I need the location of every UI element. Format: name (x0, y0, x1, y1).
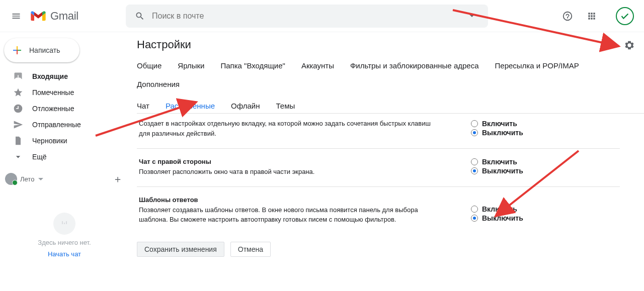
main-menu-button[interactable] (4, 4, 28, 28)
main-content: Настройки Общие Ярлыки Папка "Входящие" … (129, 32, 644, 291)
save-button[interactable]: Сохранить изменения (137, 242, 224, 257)
radio-icon (471, 158, 478, 165)
sent-icon (13, 120, 23, 130)
svg-rect-2 (13, 50, 17, 51)
compose-label: Написать (29, 46, 60, 54)
apps-button[interactable] (582, 6, 602, 26)
hamburger-icon (11, 11, 21, 21)
setting-templates: Шаблоны ответов Позволяет создавать шабл… (137, 187, 620, 235)
settings-gear-button[interactable] (624, 40, 635, 52)
setting-desc: Создает в настройках отдельную вкладку, … (139, 120, 431, 137)
tab-forwarding[interactable]: Пересылка и POP/IMAP (495, 56, 586, 75)
radio-enable[interactable]: Включить (471, 158, 614, 166)
hangouts-empty: Здесь ничего нет. Начать чат (0, 189, 129, 291)
new-chat-button[interactable]: ＋ (112, 173, 124, 185)
gear-icon (624, 40, 635, 51)
page-title: Настройки (137, 38, 191, 51)
search-options-button[interactable] (462, 15, 482, 17)
radio-icon (471, 206, 478, 213)
search-icon (135, 11, 145, 21)
tab-chat[interactable]: Чат (137, 96, 156, 115)
user-avatar-icon (5, 173, 17, 185)
settings-tabs-row2: Чат Расширенные Офлайн Темы (137, 96, 644, 115)
file-icon (13, 136, 23, 146)
hangouts-header: Лето ＋ (0, 169, 129, 189)
settings-list: Создает в настройках отдельную вкладку, … (137, 113, 644, 264)
tab-accounts[interactable]: Аккаунты (301, 56, 341, 75)
settings-tabs: Общие Ярлыки Папка "Входящие" Аккаунты Ф… (137, 56, 644, 93)
clock-icon (13, 104, 23, 114)
search-bar[interactable] (126, 5, 488, 28)
radio-icon (471, 215, 478, 222)
apps-icon (587, 11, 597, 21)
tab-advanced[interactable]: Расширенные (166, 96, 222, 115)
compose-button[interactable]: Написать (4, 38, 79, 62)
sidebar-item-snoozed[interactable]: Отложенные (0, 101, 129, 117)
chevron-down-icon (13, 152, 23, 162)
svg-rect-0 (17, 46, 18, 50)
sidebar-item-inbox[interactable]: Входящие (0, 68, 129, 84)
radio-icon (471, 167, 478, 174)
tab-themes[interactable]: Темы (276, 96, 302, 115)
app-header: Gmail (0, 0, 644, 32)
tab-addons[interactable]: Дополнения (137, 75, 187, 93)
chevron-down-icon (469, 15, 474, 17)
radio-icon (471, 120, 478, 127)
radio-icon (471, 129, 478, 136)
sidebar-item-more[interactable]: Ещё (0, 149, 129, 165)
setting-desc: Позволяет создавать шаблоны ответов. В о… (139, 206, 418, 224)
radio-disable[interactable]: Выключить (471, 129, 614, 137)
gmail-m-icon (30, 10, 46, 22)
radio-disable[interactable]: Выключить (471, 214, 614, 222)
search-button[interactable] (130, 6, 150, 26)
tab-general[interactable]: Общие (137, 56, 169, 75)
sidebar-item-sent[interactable]: Отправленные (0, 117, 129, 133)
gmail-text: Gmail (50, 10, 78, 23)
setting-desc: Позволяет расположить окно чата в правой… (139, 168, 314, 175)
radio-disable[interactable]: Выключить (471, 167, 614, 175)
start-chat-link[interactable]: Начать чат (48, 250, 81, 258)
help-button[interactable] (557, 6, 578, 26)
hangouts-empty-text: Здесь ничего нет. (38, 239, 91, 246)
sidebar-item-drafts[interactable]: Черновики (0, 133, 129, 149)
body: Написать Входящие Помеченные Отложенные … (0, 32, 644, 291)
cancel-button[interactable]: Отмена (230, 242, 271, 257)
radio-enable[interactable]: Включить (471, 205, 614, 213)
sidebar-item-starred[interactable]: Помеченные (0, 84, 129, 101)
hangouts-user[interactable]: Лето (5, 173, 43, 185)
plus-icon (11, 44, 23, 56)
search-input[interactable] (150, 12, 462, 21)
help-icon (562, 11, 573, 22)
setting-chat-right: Чат с правой стороны Позволяет расположи… (137, 149, 620, 187)
chevron-down-icon (38, 178, 43, 180)
header-right (557, 6, 640, 26)
actions-row: Сохранить изменения Отмена (137, 235, 644, 264)
star-icon (13, 87, 23, 98)
chat-bubble-icon (53, 213, 75, 235)
tab-labels[interactable]: Ярлыки (178, 56, 211, 75)
inbox-icon (13, 71, 23, 81)
setting-title: Шаблоны ответов (139, 195, 436, 205)
account-avatar[interactable] (616, 7, 634, 25)
tab-inbox[interactable]: Папка "Входящие" (220, 56, 292, 75)
radio-enable[interactable]: Включить (471, 120, 614, 128)
gmail-logo[interactable]: Gmail (30, 10, 111, 23)
tab-offline[interactable]: Офлайн (231, 96, 267, 115)
setting-custom-shortcuts: Создает в настройках отдельную вкладку, … (137, 114, 620, 149)
sidebar: Написать Входящие Помеченные Отложенные … (0, 32, 129, 291)
setting-title: Чат с правой стороны (139, 157, 436, 167)
sidebar-list: Входящие Помеченные Отложенные Отправлен… (0, 68, 129, 165)
svg-rect-1 (18, 50, 21, 51)
tab-filters[interactable]: Фильтры и заблокированные адреса (350, 56, 486, 75)
account-ext-icon (619, 11, 630, 22)
